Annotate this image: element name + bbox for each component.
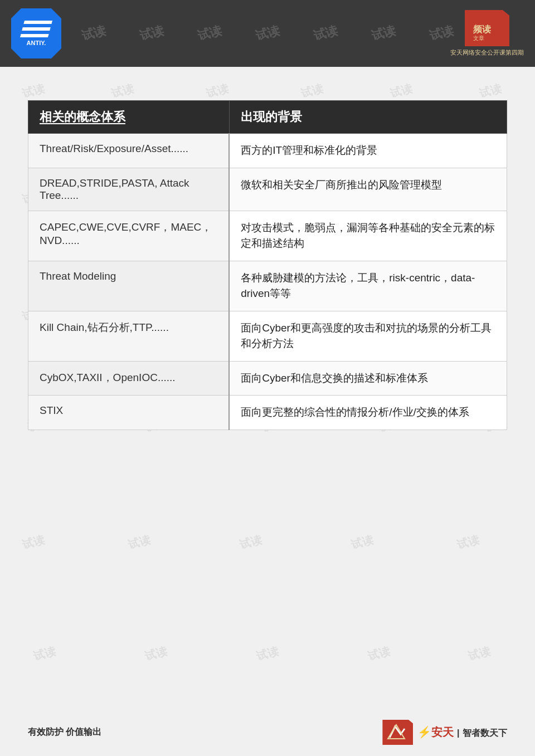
table-header-row: 相关的概念体系 出现的背景 <box>28 101 507 134</box>
logo-line-1 <box>23 21 52 24</box>
col2-header: 出现的背景 <box>229 101 507 134</box>
antiy-icon: 频读 文章 <box>470 16 504 41</box>
table-cell-left-0: Threat/Risk/Exposure/Asset...... <box>28 134 230 168</box>
body-wm-25: 试读 <box>349 532 375 552</box>
table-row: DREAD,STRIDE,PASTA, Attack Tree......微软和… <box>28 168 507 211</box>
table-row: STIX面向更完整的综合性的情报分析/作业/交换的体系 <box>28 396 507 430</box>
concept-table: 相关的概念体系 出现的背景 Threat/Risk/Exposure/Asset… <box>28 100 507 430</box>
col1-header: 相关的概念体系 <box>28 101 230 134</box>
body-wm-22: 试读 <box>21 532 46 552</box>
table-cell-left-2: CAPEC,CWE,CVE,CVRF，MAEC，NVD...... <box>28 211 230 261</box>
logo-lines <box>20 21 52 37</box>
svg-text:文章: 文章 <box>473 35 484 41</box>
body-wm-31: 试读 <box>466 643 492 664</box>
body-wm-28: 试读 <box>143 643 169 664</box>
watermark-3: 试读 <box>196 22 223 45</box>
table-row: Threat/Risk/Exposure/Asset......西方的IT管理和… <box>28 134 507 168</box>
main-content: 相关的概念体系 出现的背景 Threat/Risk/Exposure/Asset… <box>0 67 535 452</box>
body-wm-24: 试读 <box>238 532 264 552</box>
table-cell-left-5: CybOX,TAXII，OpenIOC...... <box>28 361 230 396</box>
logo-line-3 <box>20 34 49 37</box>
footer-logo-icon <box>382 720 413 745</box>
watermark-2: 试读 <box>138 22 166 45</box>
table-row: Kill Chain,钻石分析,TTP......面向Cyber和更高强度的攻击… <box>28 311 507 361</box>
table-cell-right-6: 面向更完整的综合性的情报分析/作业/交换的体系 <box>229 396 507 430</box>
header: ANTIY. 试读 试读 试读 试读 试读 试读 试读 频读 文章 安天网络安全… <box>0 0 535 67</box>
header-right-logo-box: 频读 文章 <box>465 10 509 46</box>
body-wm-27: 试读 <box>32 643 57 664</box>
watermark-4: 试读 <box>254 22 281 45</box>
header-right: 频读 文章 安天网络安全公开课第四期 <box>450 10 524 57</box>
footer-logo-name: ⚡安天 | 智者数天下 <box>417 725 507 740</box>
table-cell-left-3: Threat Modeling <box>28 261 230 311</box>
table-cell-right-4: 面向Cyber和更高强度的攻击和对抗的场景的分析工具和分析方法 <box>229 311 507 361</box>
body-wm-29: 试读 <box>255 643 280 664</box>
logo: ANTIY. <box>11 8 61 58</box>
table-cell-right-3: 各种威胁建模的方法论，工具，risk-centric，data-driven等等 <box>229 261 507 311</box>
body-wm-23: 试读 <box>127 532 152 552</box>
footer-tagline: 有效防护 价值输出 <box>28 726 101 738</box>
table-cell-right-2: 对攻击模式，脆弱点，漏洞等各种基础的安全元素的标定和描述结构 <box>229 211 507 261</box>
watermark-5: 试读 <box>312 22 339 45</box>
table-row: CybOX,TAXII，OpenIOC......面向Cyber和信息交换的描述… <box>28 361 507 396</box>
table-row: CAPEC,CWE,CVE,CVRF，MAEC，NVD......对攻击模式，脆… <box>28 211 507 261</box>
header-right-text: 安天网络安全公开课第四期 <box>450 48 524 57</box>
footer-logo: ⚡安天 | 智者数天下 <box>382 720 507 745</box>
body-wm-26: 试读 <box>455 532 481 552</box>
logo-line-2 <box>22 27 51 31</box>
table-row: Threat Modeling各种威胁建模的方法论，工具，risk-centri… <box>28 261 507 311</box>
watermark-6: 试读 <box>369 22 397 45</box>
table-cell-right-1: 微软和相关安全厂商所推出的风险管理模型 <box>229 168 507 211</box>
footer: 有效防护 价值输出 ⚡安天 | 智者数天下 <box>0 720 535 745</box>
footer-antiy-icon <box>385 722 410 743</box>
watermark-1: 试读 <box>80 22 108 45</box>
table-cell-left-4: Kill Chain,钻石分析,TTP...... <box>28 311 230 361</box>
table-cell-left-1: DREAD,STRIDE,PASTA, Attack Tree...... <box>28 168 230 211</box>
svg-text:频读: 频读 <box>473 25 491 34</box>
footer-logo-texts: ⚡安天 | 智者数天下 <box>417 725 507 740</box>
table-cell-left-6: STIX <box>28 396 230 430</box>
table-cell-right-5: 面向Cyber和信息交换的描述和标准体系 <box>229 361 507 396</box>
logo-text: ANTIY. <box>27 40 46 46</box>
table-cell-right-0: 西方的IT管理和标准化的背景 <box>229 134 507 168</box>
body-wm-30: 试读 <box>366 643 392 664</box>
